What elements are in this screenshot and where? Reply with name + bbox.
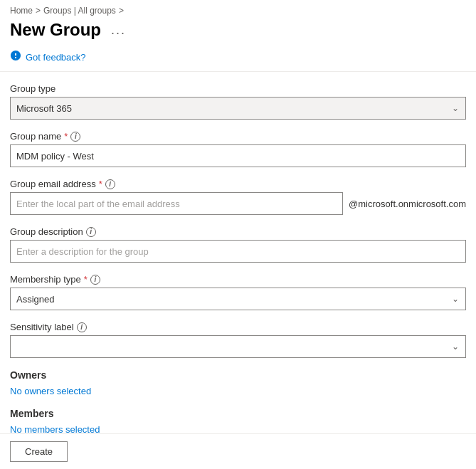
group-email-field: Group email address * i @microsoft.onmic… — [10, 179, 466, 215]
sensitivity-label-info-icon[interactable]: i — [77, 322, 87, 332]
sensitivity-label-select[interactable] — [10, 335, 466, 358]
email-domain: @microsoft.onmicrosoft.com — [349, 199, 466, 209]
membership-type-required: * — [84, 274, 88, 285]
group-type-select-wrapper: Microsoft 365 Security Mail-enabled secu… — [10, 97, 466, 120]
breadcrumb-groups[interactable]: Groups | All groups — [43, 6, 116, 16]
group-name-info-icon[interactable]: i — [70, 132, 80, 142]
no-owners-link[interactable]: No owners selected — [10, 386, 91, 396]
more-options-button[interactable]: ... — [107, 21, 130, 39]
group-type-field: Group type Microsoft 365 Security Mail-e… — [10, 83, 466, 120]
email-row: @microsoft.onmicrosoft.com — [10, 192, 466, 215]
group-name-input[interactable] — [10, 144, 466, 167]
breadcrumb-home[interactable]: Home — [10, 6, 33, 16]
breadcrumb: Home > Groups | All groups > — [0, 0, 476, 17]
members-header: Members — [10, 408, 466, 419]
create-button[interactable]: Create — [10, 441, 68, 462]
group-description-input[interactable] — [10, 240, 466, 263]
feedback-icon — [10, 50, 21, 64]
group-email-input[interactable] — [10, 192, 343, 215]
footer-bar: Create — [0, 433, 476, 469]
feedback-label: Got feedback? — [26, 52, 86, 63]
membership-type-select-wrapper: Assigned Dynamic User Dynamic Device ⌄ — [10, 288, 466, 310]
group-email-info-icon[interactable]: i — [105, 179, 115, 189]
group-name-field: Group name * i — [10, 131, 466, 167]
breadcrumb-sep1: > — [36, 6, 41, 16]
group-name-required: * — [64, 131, 68, 142]
membership-type-info-icon[interactable]: i — [90, 275, 100, 285]
no-members-link[interactable]: No members selected — [10, 424, 100, 433]
group-type-select[interactable]: Microsoft 365 Security Mail-enabled secu… — [10, 97, 466, 120]
membership-type-select[interactable]: Assigned Dynamic User Dynamic Device — [10, 288, 466, 310]
breadcrumb-sep2: > — [119, 6, 124, 16]
group-description-field: Group description i — [10, 226, 466, 263]
group-type-label: Group type — [10, 83, 466, 94]
group-description-info-icon[interactable]: i — [86, 227, 96, 237]
owners-header: Owners — [10, 369, 466, 381]
group-email-label: Group email address * i — [10, 179, 466, 189]
sensitivity-label-label: Sensitivity label i — [10, 322, 466, 332]
members-section: Members No members selected — [10, 408, 466, 433]
membership-type-field: Membership type * i Assigned Dynamic Use… — [10, 274, 466, 310]
sensitivity-label-select-wrapper: ⌄ — [10, 335, 466, 358]
email-input-wrapper — [10, 192, 343, 215]
page-title: New Group — [10, 20, 101, 40]
membership-type-label: Membership type * i — [10, 274, 466, 285]
group-description-label: Group description i — [10, 226, 466, 237]
page-header: New Group ... — [0, 17, 476, 46]
group-name-label: Group name * i — [10, 131, 466, 142]
sensitivity-label-field: Sensitivity label i ⌄ — [10, 322, 466, 358]
owners-section: Owners No owners selected — [10, 369, 466, 396]
form-scroll-area[interactable]: Group type Microsoft 365 Security Mail-e… — [0, 72, 476, 433]
feedback-bar[interactable]: Got feedback? — [0, 46, 476, 71]
group-email-required: * — [99, 179, 102, 189]
page-wrapper: Home > Groups | All groups > New Group .… — [0, 0, 476, 469]
